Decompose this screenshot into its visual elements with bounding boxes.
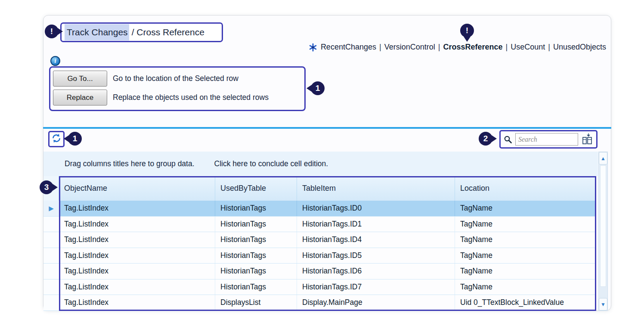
- page-title: Track Changes / Cross Reference: [60, 22, 223, 42]
- callout-grid-3: 3: [40, 180, 53, 194]
- column-header-location[interactable]: Location: [455, 176, 596, 201]
- search-input[interactable]: [515, 133, 578, 146]
- cell-tableitem: Display.MainPage: [297, 295, 455, 310]
- cell-objectname: Tag.ListIndex: [59, 217, 215, 232]
- cell-tableitem: HistorianTags.ID6: [297, 264, 455, 279]
- goto-description: Go to the location of the Selected row: [113, 74, 238, 83]
- cell-location: TagName: [455, 279, 596, 295]
- vertical-scrollbar[interactable]: ▲ ▼: [598, 152, 608, 311]
- replace-row: Replace Replace the objects used on the …: [53, 90, 304, 106]
- row-selector[interactable]: [43, 279, 59, 295]
- tab-use-count[interactable]: UseCount: [511, 43, 545, 52]
- column-header-usedbytable[interactable]: UsedByTable: [215, 176, 297, 201]
- row-selector[interactable]: [43, 217, 59, 233]
- callout-search-2: 2: [479, 132, 492, 146]
- column-chooser-button[interactable]: [581, 133, 593, 145]
- cell-tableitem: HistorianTags.ID1: [297, 217, 455, 232]
- scroll-up-button[interactable]: ▲: [599, 152, 607, 164]
- row-selector[interactable]: [43, 248, 59, 264]
- replace-button[interactable]: Replace: [53, 90, 107, 106]
- tab-separator: |: [376, 43, 384, 52]
- cell-location: TagName: [455, 201, 596, 216]
- actions-panel: Go To... Go to the location of the Selec…: [49, 66, 306, 111]
- tab-version-control[interactable]: VersionControl: [384, 43, 435, 52]
- column-chooser-icon: [581, 133, 593, 145]
- blue-divider: [43, 127, 611, 129]
- group-hint-text: Drag columns titles here to group data.: [65, 159, 195, 168]
- cell-usedbytable: HistorianTags: [215, 264, 297, 279]
- scroll-down-icon: ▼: [601, 301, 606, 307]
- replace-description: Replace the objects used on the selected…: [113, 93, 269, 102]
- tab-separator: |: [503, 43, 511, 52]
- cell-usedbytable: HistorianTags: [215, 217, 297, 232]
- cell-usedbytable: HistorianTags: [215, 232, 297, 248]
- cell-objectname: Tag.ListIndex: [59, 232, 215, 248]
- cell-objectname: Tag.ListIndex: [59, 248, 215, 264]
- table-row[interactable]: Tag.ListIndex HistorianTags HistorianTag…: [59, 248, 596, 264]
- table-row[interactable]: Tag.ListIndex HistorianTags HistorianTag…: [59, 232, 596, 248]
- table-row[interactable]: Tag.ListIndex DisplaysList Display.MainP…: [59, 295, 596, 311]
- cell-usedbytable: DisplaysList: [215, 295, 297, 310]
- column-header-objectname[interactable]: ObjectName: [59, 176, 215, 201]
- cell-location: TagName: [455, 264, 596, 279]
- search-area: [499, 130, 598, 149]
- callout-refresh-1: 1: [68, 132, 82, 146]
- row-selector[interactable]: [43, 232, 59, 248]
- grid-body: Tag.ListIndex HistorianTags HistorianTag…: [59, 201, 596, 311]
- cell-objectname: Tag.ListIndex: [59, 295, 215, 310]
- tab-separator: |: [545, 43, 553, 52]
- screenshot: ! ! 1 1 2 3 Track Changes / Cross Refere…: [0, 0, 644, 329]
- tab-unused-objects[interactable]: UnusedObjects: [553, 43, 606, 52]
- goto-row: Go To... Go to the location of the Selec…: [53, 71, 304, 87]
- callout-title-alert: !: [45, 25, 59, 38]
- goto-button[interactable]: Go To...: [53, 71, 107, 87]
- callout-nav-alert: !: [460, 24, 474, 37]
- tab-bar: RecentChanges | VersionControl | CrossRe…: [309, 43, 606, 52]
- cell-tableitem: HistorianTags.ID0: [297, 201, 455, 216]
- cell-location: TagName: [455, 248, 596, 264]
- selected-row-arrow-icon: ▶: [49, 205, 54, 212]
- cell-objectname: Tag.ListIndex: [59, 201, 215, 216]
- table-row[interactable]: Tag.ListIndex HistorianTags HistorianTag…: [59, 201, 596, 217]
- tab-recent-changes[interactable]: RecentChanges: [321, 43, 376, 52]
- search-icon: [504, 135, 512, 144]
- callout-actions-1: 1: [311, 81, 325, 95]
- cell-usedbytable: HistorianTags: [215, 201, 297, 216]
- conclude-edit-link[interactable]: Click here to conclude cell edition.: [214, 159, 328, 168]
- refresh-icon: [51, 133, 62, 146]
- cell-tableitem: HistorianTags.ID4: [297, 232, 455, 248]
- cell-objectname: Tag.ListIndex: [59, 264, 215, 279]
- table-row[interactable]: Tag.ListIndex HistorianTags HistorianTag…: [59, 264, 596, 279]
- cell-objectname: Tag.ListIndex: [59, 279, 215, 295]
- page-title-rest: / Cross Reference: [129, 27, 204, 37]
- cell-usedbytable: HistorianTags: [215, 279, 297, 295]
- row-selector[interactable]: ▶: [43, 201, 59, 217]
- grid-header: ObjectName UsedByTable TableItem Locatio…: [59, 176, 596, 201]
- cell-tableitem: HistorianTags.ID5: [297, 248, 455, 264]
- cell-tableitem: HistorianTags.ID7: [297, 279, 455, 295]
- table-row[interactable]: Tag.ListIndex HistorianTags HistorianTag…: [59, 279, 596, 295]
- page-title-highlight: Track Changes: [65, 24, 129, 40]
- info-icon[interactable]: i: [50, 56, 60, 66]
- scroll-up-icon: ▲: [601, 155, 606, 161]
- cell-usedbytable: HistorianTags: [215, 248, 297, 264]
- scroll-down-button[interactable]: ▼: [599, 298, 607, 310]
- group-bar[interactable]: Drag columns titles here to group data. …: [43, 152, 598, 176]
- tab-separator: |: [435, 43, 443, 52]
- cell-location: Uid 0_TTextBlock_LinkedValue: [455, 295, 596, 310]
- tab-cross-reference[interactable]: CrossReference: [443, 43, 502, 52]
- scrollbar-track[interactable]: [600, 165, 606, 287]
- cell-location: TagName: [455, 217, 596, 232]
- refresh-button[interactable]: [48, 131, 65, 147]
- row-header-column: ▶: [43, 201, 59, 311]
- row-selector[interactable]: [43, 264, 59, 279]
- table-row[interactable]: Tag.ListIndex HistorianTags HistorianTag…: [59, 217, 596, 233]
- cell-location: TagName: [455, 232, 596, 248]
- column-header-tableitem[interactable]: TableItem: [297, 176, 455, 201]
- app-flower-icon: [309, 43, 317, 52]
- row-selector[interactable]: [43, 295, 59, 311]
